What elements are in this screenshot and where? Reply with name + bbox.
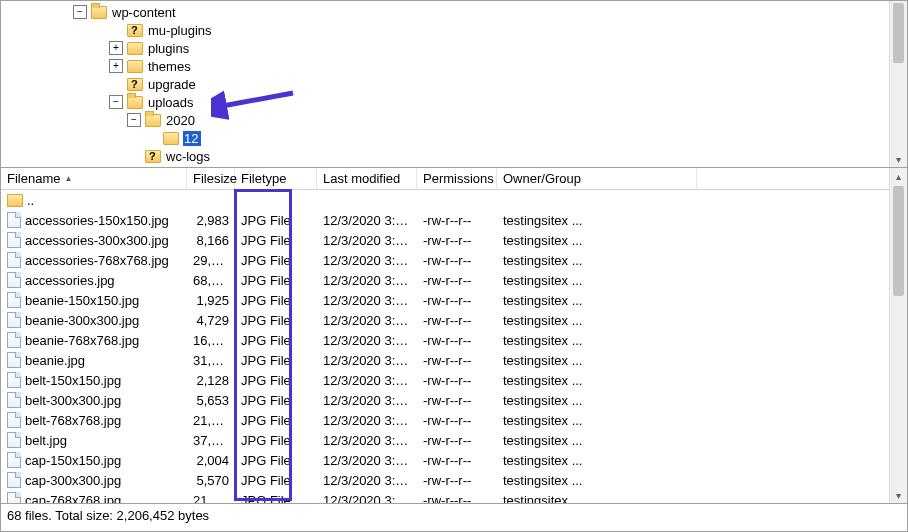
parent-dir-row[interactable]: .. (1, 190, 889, 210)
tree-item[interactable]: 12 (1, 129, 889, 147)
scrollbar-down-button[interactable]: ▾ (890, 151, 907, 167)
folder-icon (7, 194, 23, 207)
scrollbar-thumb[interactable] (893, 186, 904, 296)
file-owner: testingsitex ... (503, 373, 582, 388)
file-row[interactable]: cap-150x150.jpg2,004JPG File12/3/2020 3:… (1, 450, 889, 470)
file-name: beanie-150x150.jpg (25, 293, 139, 308)
file-size: 2,128 (196, 373, 229, 388)
file-type: JPG File (241, 313, 291, 328)
file-permissions: -rw-r--r-- (423, 293, 471, 308)
tree-item[interactable]: +themes (1, 57, 889, 75)
file-modified: 12/3/2020 3:55:... (323, 493, 417, 504)
file-name: accessories-300x300.jpg (25, 233, 169, 248)
tree-item-label: themes (147, 59, 194, 74)
file-modified: 12/3/2020 3:55:... (323, 233, 417, 248)
column-header-filesize[interactable]: Filesize (187, 168, 235, 189)
file-size: 21,502 (193, 413, 233, 428)
file-icon (7, 272, 21, 288)
folder-tree[interactable]: −wp-contentmu-plugins+plugins+themesupgr… (1, 1, 889, 167)
remote-tree-pane: −wp-contentmu-plugins+plugins+themesupgr… (0, 0, 908, 168)
file-owner: testingsitex ... (503, 453, 582, 468)
collapse-icon[interactable]: − (109, 95, 123, 109)
file-size: 5,570 (196, 473, 229, 488)
folder-icon (145, 114, 161, 127)
scrollbar-thumb[interactable] (893, 3, 904, 63)
file-row[interactable]: accessories-768x768.jpg29,809JPG File12/… (1, 250, 889, 270)
file-owner: testingsitex ... (503, 353, 582, 368)
file-icon (7, 352, 21, 368)
file-type: JPG File (241, 373, 291, 388)
file-modified: 12/3/2020 3:55:... (323, 433, 417, 448)
column-header-filetype[interactable]: Filetype (235, 168, 317, 189)
file-permissions: -rw-r--r-- (423, 273, 471, 288)
file-row[interactable]: accessories-150x150.jpg2,983JPG File12/3… (1, 210, 889, 230)
file-row[interactable]: beanie.jpg31,568JPG File12/3/2020 3:55:.… (1, 350, 889, 370)
file-owner: testingsitex ... (503, 473, 582, 488)
file-size: 2,983 (196, 213, 229, 228)
file-row[interactable]: belt-300x300.jpg5,653JPG File12/3/2020 3… (1, 390, 889, 410)
file-owner: testingsitex ... (503, 413, 582, 428)
file-size: 2,004 (196, 453, 229, 468)
collapse-icon[interactable]: − (127, 113, 141, 127)
tree-item[interactable]: wc-logs (1, 147, 889, 165)
file-row[interactable]: belt.jpg37,339JPG File12/3/2020 3:55:...… (1, 430, 889, 450)
file-modified: 12/3/2020 3:55:... (323, 313, 417, 328)
file-row[interactable]: beanie-768x768.jpg16,885JPG File12/3/202… (1, 330, 889, 350)
file-row[interactable]: beanie-300x300.jpg4,729JPG File12/3/2020… (1, 310, 889, 330)
file-modified: 12/3/2020 3:55:... (323, 353, 417, 368)
scrollbar-up-button[interactable]: ▴ (890, 168, 907, 184)
expand-icon[interactable]: + (109, 41, 123, 55)
tree-item[interactable]: −2020 (1, 111, 889, 129)
column-header-filename[interactable]: Filename ▲ (1, 168, 187, 189)
file-name: beanie-768x768.jpg (25, 333, 139, 348)
list-scrollbar[interactable]: ▴ ▾ (889, 168, 907, 503)
file-list[interactable]: ..accessories-150x150.jpg2,983JPG File12… (1, 190, 889, 503)
column-header-permissions[interactable]: Permissions (417, 168, 497, 189)
file-permissions: -rw-r--r-- (423, 213, 471, 228)
file-permissions: -rw-r--r-- (423, 413, 471, 428)
file-type: JPG File (241, 293, 291, 308)
tree-spacer (109, 23, 123, 37)
file-owner: testingsitex ... (503, 273, 582, 288)
file-permissions: -rw-r--r-- (423, 493, 471, 504)
tree-item[interactable]: −uploads (1, 93, 889, 111)
file-row[interactable]: cap-300x300.jpg5,570JPG File12/3/2020 3:… (1, 470, 889, 490)
file-row[interactable]: belt-150x150.jpg2,128JPG File12/3/2020 3… (1, 370, 889, 390)
folder-icon (127, 78, 143, 91)
file-icon (7, 412, 21, 428)
file-size: 8,166 (196, 233, 229, 248)
file-permissions: -rw-r--r-- (423, 393, 471, 408)
column-header-row: Filename ▲ Filesize Filetype Last modifi… (1, 168, 889, 190)
file-type: JPG File (241, 333, 291, 348)
tree-item[interactable]: +plugins (1, 39, 889, 57)
tree-scrollbar[interactable]: ▾ (889, 1, 907, 167)
tree-item[interactable]: mu-plugins (1, 21, 889, 39)
collapse-icon[interactable]: − (73, 5, 87, 19)
sort-ascending-icon: ▲ (64, 174, 72, 183)
file-type: JPG File (241, 233, 291, 248)
column-header-owner[interactable]: Owner/Group (497, 168, 697, 189)
tree-item[interactable]: upgrade (1, 75, 889, 93)
expand-icon[interactable]: + (109, 59, 123, 73)
tree-item-label: wc-logs (165, 149, 213, 164)
folder-icon (127, 24, 143, 37)
file-icon (7, 492, 21, 503)
folder-icon (127, 42, 143, 55)
file-row[interactable]: belt-768x768.jpg21,502JPG File12/3/2020 … (1, 410, 889, 430)
file-row[interactable]: accessories.jpg68,368JPG File12/3/2020 3… (1, 270, 889, 290)
scrollbar-down-button[interactable]: ▾ (890, 487, 907, 503)
tree-item-label: 12 (183, 131, 201, 146)
file-row[interactable]: cap-768x768.jpg21,299JPG File12/3/2020 3… (1, 490, 889, 503)
file-icon (7, 312, 21, 328)
file-row[interactable]: beanie-150x150.jpg1,925JPG File12/3/2020… (1, 290, 889, 310)
file-size: 21,299 (193, 493, 233, 504)
column-header-lastmod[interactable]: Last modified (317, 168, 417, 189)
tree-item-label: wp-content (111, 5, 179, 20)
status-bar: 68 files. Total size: 2,206,452 bytes (0, 504, 908, 532)
tree-item[interactable]: −wp-content (1, 3, 889, 21)
file-type: JPG File (241, 213, 291, 228)
file-owner: testingsitex ... (503, 313, 582, 328)
file-row[interactable]: accessories-300x300.jpg8,166JPG File12/3… (1, 230, 889, 250)
file-type: JPG File (241, 473, 291, 488)
file-name: accessories-150x150.jpg (25, 213, 169, 228)
